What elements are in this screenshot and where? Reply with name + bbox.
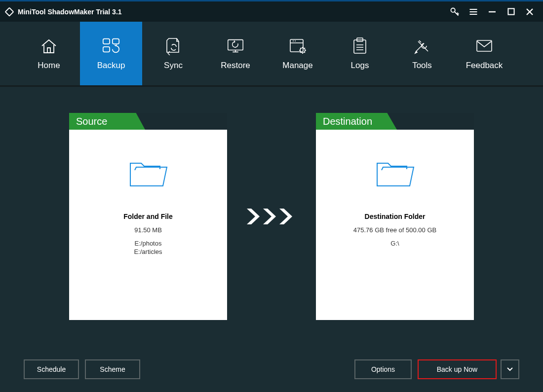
minimize-button[interactable]	[483, 4, 502, 19]
tab-manage[interactable]: Manage	[267, 22, 329, 85]
folder-icon	[374, 156, 416, 190]
tab-home[interactable]: Home	[18, 22, 80, 85]
destination-header: Destination	[316, 113, 397, 130]
logs-icon	[350, 37, 370, 55]
tools-icon	[412, 37, 432, 55]
source-header: Source	[69, 113, 145, 130]
arrow-icon	[227, 207, 316, 226]
main-nav: Home Backup Sync	[0, 22, 543, 87]
footer-buttons: Schedule Scheme Options Back up Now	[0, 359, 543, 379]
tab-feedback[interactable]: Feedback	[453, 22, 515, 85]
options-button[interactable]: Options	[354, 359, 412, 379]
svg-rect-1	[508, 8, 514, 14]
svg-rect-10	[477, 40, 492, 51]
scheme-button[interactable]: Scheme	[85, 359, 140, 379]
source-path-0: E:/photos	[135, 240, 162, 247]
destination-panel[interactable]: Destination Destination Folder 475.76 GB…	[316, 113, 474, 320]
tab-label: Feedback	[466, 61, 503, 71]
tab-label: Tools	[412, 61, 432, 71]
main-area: Source Folder and File 91.50 MB E:/photo…	[0, 87, 543, 390]
svg-rect-5	[228, 39, 243, 50]
tab-label: Logs	[351, 61, 369, 71]
tab-label: Backup	[97, 61, 125, 71]
svg-rect-4	[103, 46, 110, 51]
svg-rect-2	[103, 38, 110, 43]
tab-label: Manage	[282, 61, 312, 71]
backup-now-button[interactable]: Back up Now	[418, 359, 497, 379]
svg-rect-3	[113, 38, 119, 43]
backup-icon	[101, 37, 121, 55]
manage-icon	[288, 37, 308, 55]
home-icon	[39, 37, 59, 55]
titlebar: MiniTool ShadowMaker Trial 3.1	[0, 0, 543, 22]
window-title: MiniTool ShadowMaker Trial 3.1	[18, 8, 122, 16]
destination-free: 475.76 GB free of 500.00 GB	[353, 226, 436, 234]
maximize-button[interactable]	[502, 4, 520, 19]
tab-sync[interactable]: Sync	[142, 22, 204, 85]
svg-rect-8	[354, 40, 366, 53]
key-icon[interactable]	[445, 4, 464, 19]
feedback-icon	[474, 37, 494, 55]
source-size: 91.50 MB	[134, 226, 162, 234]
tab-label: Sync	[164, 61, 183, 71]
tab-logs[interactable]: Logs	[329, 22, 391, 85]
source-path-1: E:/articles	[134, 248, 162, 255]
close-button[interactable]	[520, 4, 539, 19]
source-panel[interactable]: Source Folder and File 91.50 MB E:/photo…	[69, 113, 227, 320]
backup-now-dropdown[interactable]	[501, 359, 519, 379]
tab-label: Restore	[221, 61, 250, 71]
tab-restore[interactable]: Restore	[204, 22, 267, 85]
tab-label: Home	[38, 61, 60, 71]
menu-icon[interactable]	[464, 4, 483, 19]
app-logo-icon	[4, 6, 15, 17]
tab-tools[interactable]: Tools	[391, 22, 453, 85]
schedule-button[interactable]: Schedule	[24, 359, 79, 379]
source-title: Folder and File	[123, 213, 173, 220]
svg-rect-6	[290, 39, 303, 52]
destination-title: Destination Folder	[365, 213, 426, 220]
destination-path: G:\	[390, 240, 399, 247]
svg-point-0	[451, 8, 455, 12]
sync-icon	[163, 37, 183, 55]
restore-icon	[226, 37, 245, 55]
folder-icon	[127, 156, 169, 190]
tab-backup[interactable]: Backup	[80, 22, 142, 85]
